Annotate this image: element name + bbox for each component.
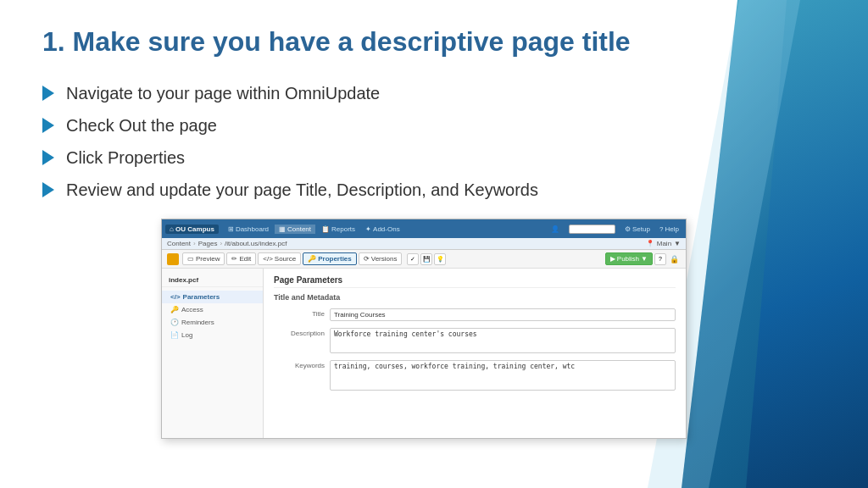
- ou-logo-text: ⌂: [170, 225, 174, 233]
- access-icon: 🔑: [170, 306, 179, 313]
- properties-icon: 🔑: [308, 255, 316, 263]
- ou-main: index.pcf </> Parameters 🔑 Access 🕐 Remi…: [162, 269, 686, 438]
- location-icon: 📍: [646, 240, 654, 247]
- source-label: Source: [275, 255, 296, 263]
- source-icon: </>: [263, 255, 273, 263]
- bullet-arrow-icon: [42, 182, 54, 197]
- help-icon[interactable]: ?: [654, 253, 666, 265]
- keywords-input[interactable]: training, courses, workforce training, t…: [330, 360, 676, 391]
- save-icon[interactable]: 💾: [420, 253, 432, 265]
- description-field-row: Description Workforce training center's …: [274, 328, 676, 353]
- list-item: Navigate to your page within OmniUpdate: [42, 81, 661, 105]
- navbar-dashboard: ⊞ Dashboard: [224, 225, 273, 234]
- versions-label: Versions: [371, 255, 398, 263]
- search-input[interactable]: [569, 225, 615, 234]
- setup-label: Setup: [632, 225, 650, 233]
- content-area: 1. Make sure you have a descriptive page…: [0, 0, 704, 456]
- edit-label: Edit: [239, 255, 251, 263]
- properties-button[interactable]: 🔑 Properties: [303, 252, 357, 265]
- title-input[interactable]: [330, 308, 676, 321]
- bullet-list: Navigate to your page within OmniUpdate …: [42, 81, 661, 202]
- preview-icon: ▭: [187, 255, 194, 263]
- help-label: Help: [665, 225, 679, 233]
- sidebar-item-access[interactable]: 🔑 Access: [162, 303, 263, 316]
- sidebar-filename: index.pcf: [162, 274, 263, 287]
- ou-toolbar: ▭ Preview ✏ Edit </> Source 🔑 Properties…: [162, 250, 686, 269]
- navbar-addons: ✦ Add-Ons: [361, 225, 404, 234]
- page-status-icon: [167, 253, 179, 265]
- title-label: Title: [274, 308, 325, 318]
- ou-navbar: ⌂ OU Campus ⊞ Dashboard ▦ Content 📋 Repo…: [162, 219, 686, 238]
- dashboard-label: Dashboard: [236, 225, 269, 233]
- list-item: Check Out the page: [42, 114, 661, 137]
- sidebar-item-reminders[interactable]: 🕐 Reminders: [162, 316, 263, 329]
- addons-label: Add-Ons: [373, 225, 400, 233]
- publish-dropdown-icon: ▼: [641, 255, 648, 263]
- keywords-field-row: Keywords training, courses, workforce tr…: [274, 360, 676, 391]
- content-icon: ▦: [279, 225, 286, 233]
- sidebar-item-log[interactable]: 📄 Log: [162, 329, 263, 341]
- bullet-arrow-icon: [42, 86, 54, 101]
- params-icon: </>: [170, 293, 181, 301]
- params-label: Parameters: [183, 293, 220, 301]
- lock-icon: 🔒: [668, 253, 681, 265]
- bullet-arrow-icon: [42, 150, 54, 165]
- bullet-text: Check Out the page: [66, 114, 217, 137]
- title-field-row: Title: [274, 308, 676, 321]
- navbar-reports: 📋 Reports: [317, 225, 359, 234]
- bullet-text: Navigate to your page within OmniUpdate: [66, 81, 380, 105]
- dropdown-icon: ▼: [674, 240, 681, 247]
- log-label: Log: [181, 331, 192, 339]
- description-label: Description: [274, 328, 325, 337]
- versions-icon: ⟳: [364, 255, 370, 263]
- main-label: Main: [657, 240, 671, 247]
- breadcrumb-main: 📍 Main ▼: [646, 240, 681, 247]
- sidebar-item-parameters[interactable]: </> Parameters: [162, 291, 263, 303]
- keywords-label: Keywords: [274, 360, 325, 369]
- breadcrumb-pages: Pages: [198, 240, 218, 247]
- reports-icon: 📋: [321, 225, 330, 233]
- breadcrumb-path: /it/about.us/index.pcf: [225, 240, 287, 247]
- bullet-arrow-icon: [42, 118, 54, 133]
- navbar-content: ▦ Content: [275, 225, 315, 234]
- access-label: Access: [181, 306, 203, 313]
- toolbar-actions: ✓ 💾 💡: [407, 253, 446, 265]
- slide-title: 1. Make sure you have a descriptive page…: [42, 25, 661, 58]
- navbar-search: [565, 224, 619, 235]
- content-label: Content: [287, 225, 311, 233]
- list-item: Click Properties: [42, 146, 661, 169]
- dashboard-icon: ⊞: [228, 225, 234, 233]
- bullet-text: Click Properties: [66, 146, 185, 169]
- navbar-help: ? Help: [656, 225, 682, 234]
- description-input[interactable]: Workforce training center's courses: [330, 328, 676, 353]
- breadcrumb: Content › Pages › /it/about.us/index.pcf…: [162, 238, 686, 250]
- addons-icon: ✦: [365, 225, 371, 233]
- lightbulb-icon[interactable]: 💡: [434, 253, 446, 265]
- preview-button[interactable]: ▭ Preview: [182, 252, 225, 265]
- source-button[interactable]: </> Source: [258, 252, 301, 265]
- log-icon: 📄: [170, 331, 179, 339]
- edit-icon: ✏: [231, 255, 237, 263]
- navbar-setup: ⚙ Setup: [621, 225, 654, 234]
- navbar-user-icon: 👤: [548, 225, 563, 234]
- list-item: Review and update your page Title, Descr…: [42, 178, 661, 202]
- breadcrumb-content: Content: [167, 240, 191, 247]
- section-title: Title and Metadata: [274, 293, 676, 302]
- reminders-label: Reminders: [181, 319, 214, 326]
- page-parameters-panel: Page Parameters Title and Metadata Title…: [264, 269, 686, 438]
- nav-right: 👤 ⚙ Setup ? Help: [548, 224, 682, 235]
- breadcrumb-sep2: ›: [220, 240, 222, 247]
- remind-icon: 🕐: [170, 319, 179, 326]
- edit-button[interactable]: ✏ Edit: [226, 252, 256, 265]
- publish-label: Publish: [617, 255, 639, 263]
- versions-button[interactable]: ⟳ Versions: [359, 252, 403, 265]
- publish-icon: ▶: [610, 255, 615, 263]
- bullet-text: Review and update your page Title, Descr…: [66, 178, 538, 202]
- sidebar: index.pcf </> Parameters 🔑 Access 🕐 Remi…: [162, 269, 264, 438]
- breadcrumb-sep: ›: [193, 240, 196, 247]
- page-params-heading: Page Parameters: [274, 275, 676, 288]
- publish-button[interactable]: ▶ Publish ▼: [605, 252, 653, 265]
- properties-label: Properties: [318, 255, 352, 263]
- ou-logo: ⌂ OU Campus: [165, 225, 219, 234]
- check-icon[interactable]: ✓: [407, 253, 419, 265]
